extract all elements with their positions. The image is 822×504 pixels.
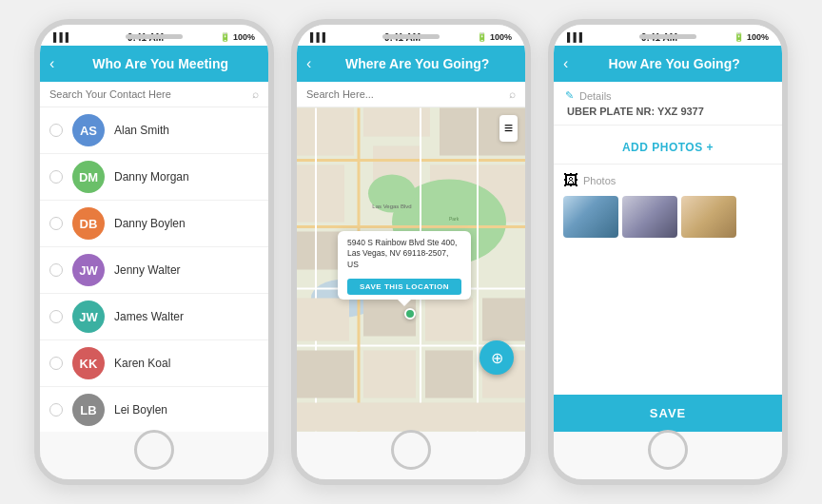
edit-icon: ✎: [565, 89, 574, 102]
screen-title-2: Where Are You Going?: [319, 56, 516, 71]
menu-icon: ≡: [504, 120, 513, 137]
photo-thumb-1[interactable]: [563, 196, 618, 238]
search-icon-1: ⌕: [252, 87, 259, 101]
svg-rect-24: [363, 351, 416, 398]
photo-thumb-3[interactable]: [681, 196, 736, 238]
nav-bar-2: ‹ Where Are You Going?: [297, 46, 525, 82]
contact-list: ASAlan SmithDMDanny MorganDBDanny Boylen…: [40, 107, 268, 432]
locate-button[interactable]: ⊕: [480, 340, 514, 375]
phone-2: ▌▌▌ 9:41 AM 🔋 100% ‹ Where Are You Going…: [291, 19, 531, 485]
signal-icon: ▌▌▌: [53, 32, 71, 42]
contact-item[interactable]: DMDanny Morgan: [40, 154, 268, 201]
time-display-3: 9:41 AM: [641, 32, 677, 43]
photos-grid: [563, 196, 773, 238]
svg-rect-23: [297, 351, 354, 398]
svg-rect-19: [297, 299, 349, 341]
screen-content-2: ⌕: [297, 82, 525, 479]
back-button-1[interactable]: ‹: [49, 55, 54, 72]
contact-radio[interactable]: [49, 217, 63, 230]
contact-radio[interactable]: [49, 263, 63, 277]
photo-thumb-2[interactable]: [622, 196, 677, 238]
contact-item[interactable]: ASAlan Smith: [40, 107, 268, 154]
avatar: AS: [72, 114, 105, 146]
photos-section: 🖼 Photos: [554, 165, 782, 395]
svg-rect-27: [297, 403, 525, 432]
time-display-1: 9:41 AM: [127, 32, 164, 43]
signal-icon-2: ▌▌▌: [310, 32, 328, 42]
photos-icon: 🖼: [563, 172, 578, 189]
nav-bar-1: ‹ Who Are You Meeting: [40, 46, 268, 82]
add-photos-button[interactable]: ADD PHOTOS +: [622, 141, 714, 154]
avatar: JW: [72, 254, 105, 286]
contact-name: Jenny Walter: [114, 263, 181, 277]
search-icon-2: ⌕: [509, 87, 516, 101]
contact-name: Danny Morgan: [114, 170, 189, 184]
screen-title-3: How Are You Going?: [576, 56, 773, 71]
contact-item[interactable]: JWJenny Walter: [40, 247, 268, 294]
status-bar-1: ▌▌▌ 9:41 AM 🔋 100%: [40, 25, 268, 46]
contact-item[interactable]: JWJames Walter: [40, 294, 268, 340]
location-popup: 5940 S Rainbow Blvd Ste 400, Las Vegas, …: [338, 231, 471, 300]
nav-bar-3: ‹ How Are You Going?: [554, 46, 782, 82]
contact-radio[interactable]: [49, 357, 63, 370]
status-bar-2: ▌▌▌ 9:41 AM 🔋 100%: [297, 25, 525, 46]
contact-name: Danny Boylen: [114, 217, 186, 230]
location-address: 5940 S Rainbow Blvd Ste 400, Las Vegas, …: [347, 238, 461, 272]
contact-item[interactable]: KKKaren Koal: [40, 340, 268, 387]
contact-radio[interactable]: [49, 124, 63, 137]
save-btn-container: SAVE: [554, 395, 782, 432]
avatar: JW: [72, 300, 105, 333]
screen-content-1: ⌕ ASAlan SmithDMDanny MorganDBDanny Boyl…: [40, 82, 268, 479]
battery-icon-3: 🔋 100%: [734, 32, 769, 42]
details-header: ✎ Details: [565, 89, 771, 102]
search-bar-1: ⌕: [40, 82, 268, 107]
svg-rect-22: [482, 299, 525, 341]
svg-rect-21: [425, 299, 473, 341]
search-input-1[interactable]: [49, 88, 246, 100]
search-bar-2: ⌕: [297, 82, 525, 107]
battery-icon-1: 🔋 100%: [220, 32, 255, 42]
photos-header: 🖼 Photos: [563, 172, 773, 189]
plate-number: UBER PLATE NR: YXZ 9377: [565, 106, 771, 117]
back-button-2[interactable]: ‹: [306, 55, 311, 72]
battery-icon-2: 🔋 100%: [477, 32, 512, 42]
avatar: DB: [72, 207, 105, 240]
avatar: KK: [72, 347, 105, 379]
contact-item[interactable]: DBDanny Boylen: [40, 201, 268, 247]
svg-rect-1: [297, 108, 354, 156]
time-display-2: 9:41 AM: [384, 32, 421, 43]
details-section: ✎ Details UBER PLATE NR: YXZ 9377: [554, 82, 782, 126]
map-menu-button[interactable]: ≡: [499, 115, 518, 142]
back-button-3[interactable]: ‹: [563, 55, 568, 72]
svg-rect-4: [297, 165, 344, 223]
save-button[interactable]: SAVE: [554, 395, 782, 432]
contact-radio[interactable]: [49, 170, 63, 184]
add-photos-row: ADD PHOTOS +: [554, 126, 782, 165]
contact-name: Karen Koal: [114, 357, 170, 370]
signal-icon-3: ▌▌▌: [567, 32, 585, 42]
phone-1: ▌▌▌ 9:41 AM 🔋 100% ‹ Who Are You Meeting…: [34, 19, 274, 485]
contact-item[interactable]: LBLei Boylen: [40, 387, 268, 432]
status-bar-3: ▌▌▌ 9:41 AM 🔋 100%: [554, 25, 782, 46]
save-location-button[interactable]: SAVE THIS LOCATION: [347, 279, 461, 295]
svg-text:Las Vegas Blvd: Las Vegas Blvd: [372, 204, 411, 209]
contact-name: Lei Boylen: [114, 403, 167, 417]
contact-radio[interactable]: [49, 403, 63, 417]
svg-rect-25: [425, 351, 473, 398]
map-container: Las Vegas Blvd Park ≡ 5940 S Rainbow Blv…: [297, 107, 525, 432]
photos-label: Photos: [583, 175, 616, 186]
phone-3: ▌▌▌ 9:41 AM 🔋 100% ‹ How Are You Going? …: [548, 19, 788, 485]
avatar: DM: [72, 161, 105, 193]
search-input-2[interactable]: [306, 88, 503, 100]
contact-name: Alan Smith: [114, 124, 169, 137]
locate-icon: ⊕: [491, 349, 503, 367]
screen-content-3: ✎ Details UBER PLATE NR: YXZ 9377 ADD PH…: [554, 82, 782, 479]
screen-title-1: Who Are You Meeting: [62, 56, 259, 71]
contact-name: James Walter: [114, 310, 184, 323]
svg-text:Park: Park: [449, 216, 460, 222]
avatar: LB: [72, 394, 105, 426]
details-label: Details: [579, 90, 612, 102]
contact-radio[interactable]: [49, 310, 63, 323]
